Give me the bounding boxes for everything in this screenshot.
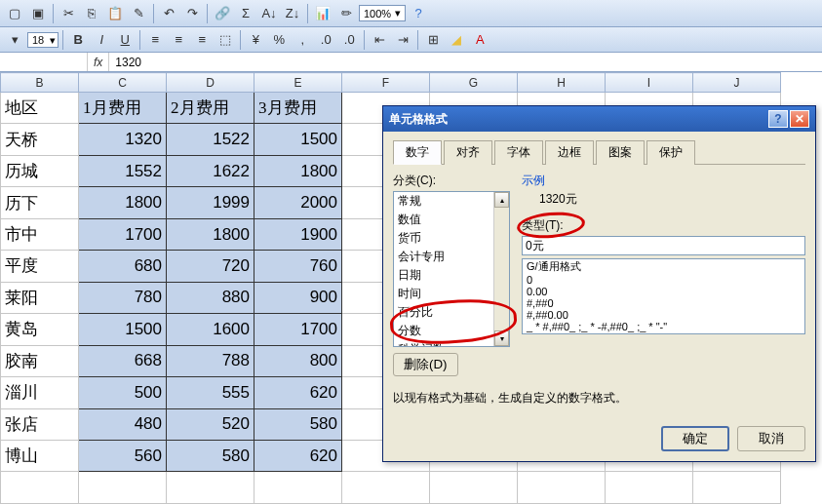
cell[interactable]: 555 <box>167 377 254 408</box>
name-box[interactable] <box>0 53 88 71</box>
cell[interactable]: 黄岛 <box>1 314 79 345</box>
category-item[interactable]: 分数 <box>394 322 509 340</box>
category-list[interactable]: 常规数值货币会计专用日期时间百分比分数科学记数文本特殊自定义 ▴ ▾ <box>393 191 510 347</box>
cell[interactable]: 2月费用 <box>167 93 254 124</box>
underline-button[interactable]: U <box>114 29 136 51</box>
merge-icon[interactable]: ⬚ <box>215 29 236 51</box>
dialog-tab[interactable]: 保护 <box>646 140 695 165</box>
dialog-tab[interactable]: 图案 <box>596 140 645 165</box>
drawing-icon[interactable]: ✏ <box>335 3 357 24</box>
category-item[interactable]: 常规 <box>394 192 509 211</box>
cell[interactable]: 1800 <box>167 218 254 250</box>
cell[interactable]: 620 <box>254 377 342 408</box>
cell[interactable]: 2000 <box>254 187 342 218</box>
paste-icon[interactable]: 📋 <box>104 3 126 24</box>
cell[interactable]: 3月费用 <box>254 93 342 124</box>
cell[interactable]: 胶南 <box>1 345 79 376</box>
cell[interactable]: 张店 <box>1 408 79 440</box>
scroll-up-icon[interactable]: ▴ <box>494 192 509 208</box>
bold-button[interactable]: B <box>67 29 89 51</box>
delete-button[interactable]: 删除(D) <box>393 353 458 376</box>
column-header[interactable]: H <box>518 73 606 93</box>
cell[interactable]: 1320 <box>79 124 167 155</box>
column-header[interactable]: E <box>254 73 342 93</box>
cell[interactable]: 580 <box>167 440 254 471</box>
scrollbar[interactable]: ▴ ▾ <box>493 192 509 346</box>
fx-icon[interactable]: fx <box>88 53 109 71</box>
borders-icon[interactable]: ⊞ <box>422 29 444 51</box>
ok-button[interactable]: 确定 <box>661 426 729 451</box>
chart-icon[interactable]: 📊 <box>312 3 333 24</box>
dialog-tab[interactable]: 对齐 <box>444 140 492 165</box>
cell[interactable]: 1800 <box>79 187 167 218</box>
toolbar-btn[interactable]: ▢ <box>4 3 25 24</box>
cell[interactable]: 市中 <box>1 218 79 250</box>
category-item[interactable]: 时间 <box>394 285 509 303</box>
cell[interactable]: 788 <box>167 345 254 376</box>
cell[interactable]: 莱阳 <box>1 282 79 313</box>
decrease-decimal-icon[interactable]: .0 <box>338 29 360 51</box>
undo-icon[interactable]: ↶ <box>158 3 179 24</box>
cut-icon[interactable]: ✂ <box>58 3 79 24</box>
redo-icon[interactable]: ↷ <box>181 3 203 24</box>
cell[interactable]: 历下 <box>1 187 79 218</box>
increase-decimal-icon[interactable]: .0 <box>315 29 336 51</box>
formula-input[interactable]: 1320 <box>109 53 822 71</box>
column-header[interactable]: C <box>79 73 167 93</box>
cell[interactable] <box>342 472 430 504</box>
type-input[interactable] <box>522 236 805 255</box>
type-option-item[interactable]: 0 <box>523 274 804 286</box>
currency-icon[interactable]: ¥ <box>245 29 266 51</box>
sort-desc-icon[interactable]: Z↓ <box>282 3 303 24</box>
category-item[interactable]: 货币 <box>394 229 509 248</box>
category-item[interactable]: 数值 <box>394 211 509 229</box>
close-button[interactable]: ✕ <box>790 110 809 128</box>
cell[interactable]: 地区 <box>1 93 79 124</box>
scroll-down-icon[interactable]: ▾ <box>494 330 509 346</box>
cell[interactable]: 480 <box>79 408 167 440</box>
cell[interactable]: 680 <box>79 251 167 282</box>
type-option-item[interactable]: _ * #,##0_ ;_ * -#,##0_ ;_ * "-" <box>523 321 804 332</box>
column-header[interactable]: B <box>1 73 79 93</box>
percent-icon[interactable]: % <box>268 29 290 51</box>
cell[interactable]: 博山 <box>1 440 79 471</box>
cell[interactable] <box>254 472 342 504</box>
toolbar-btn[interactable]: ▾ <box>4 29 25 51</box>
cell[interactable]: 1800 <box>254 155 342 186</box>
type-options-list[interactable]: G/通用格式00.00#,##0#,##0.00_ * #,##0_ ;_ * … <box>522 258 805 334</box>
italic-button[interactable]: I <box>91 29 112 51</box>
format-painter-icon[interactable]: ✎ <box>128 3 149 24</box>
sum-icon[interactable]: Σ <box>235 3 256 24</box>
type-option-item[interactable]: #,##0 <box>523 297 804 309</box>
cell[interactable] <box>1 472 79 504</box>
dialog-tab[interactable]: 数字 <box>393 140 442 165</box>
font-size-select[interactable]: 18 ▾ <box>27 32 59 48</box>
cell[interactable]: 780 <box>79 282 167 313</box>
cell[interactable]: 1月费用 <box>79 93 167 124</box>
column-header[interactable]: I <box>606 73 693 93</box>
type-option-item[interactable]: G/通用格式 <box>523 259 804 274</box>
cell[interactable]: 1900 <box>254 218 342 250</box>
dialog-tab[interactable]: 边框 <box>545 140 594 165</box>
cell[interactable] <box>79 472 167 504</box>
cell[interactable]: 1622 <box>167 155 254 186</box>
help-button[interactable]: ? <box>768 110 788 128</box>
cell[interactable]: 800 <box>254 345 342 376</box>
cell[interactable]: 760 <box>254 251 342 282</box>
cell[interactable]: 560 <box>79 440 167 471</box>
fill-color-icon[interactable]: ◢ <box>446 29 467 51</box>
cell[interactable]: 500 <box>79 377 167 408</box>
cell[interactable]: 580 <box>254 408 342 440</box>
column-header[interactable]: F <box>342 73 430 93</box>
align-center-icon[interactable]: ≡ <box>168 29 189 51</box>
cell[interactable]: 1500 <box>79 314 167 345</box>
cell[interactable] <box>606 472 693 504</box>
cell[interactable]: 880 <box>167 282 254 313</box>
hyperlink-icon[interactable]: 🔗 <box>212 3 233 24</box>
cell[interactable] <box>167 472 254 504</box>
cell[interactable]: 历城 <box>1 155 79 186</box>
align-left-icon[interactable]: ≡ <box>144 29 166 51</box>
cell[interactable]: 720 <box>167 251 254 282</box>
cell[interactable]: 620 <box>254 440 342 471</box>
decrease-indent-icon[interactable]: ⇤ <box>369 29 390 51</box>
